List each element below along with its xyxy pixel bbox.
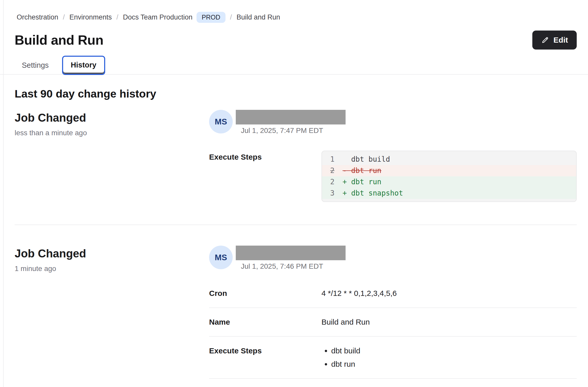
tab-bar: Settings History [0, 56, 588, 75]
entry-summary: Job Changed 1 minute ago [15, 246, 209, 387]
entry-divider [15, 225, 577, 225]
breadcrumb-separator: / [63, 13, 65, 21]
execute-steps-list: dbt build dbt run [321, 346, 360, 369]
author-info: Jul 1, 2025, 7:46 PM EDT [236, 246, 346, 270]
change-row-execute-steps: Execute Steps dbt build dbt run [209, 337, 577, 379]
build-and-run-history-page: Orchestration / Environments / Docs Team… [0, 0, 588, 387]
entry-details: MS Jul 1, 2025, 7:46 PM EDT Cron 4 */12 … [209, 246, 577, 387]
event-timestamp: Jul 1, 2025, 7:47 PM EDT [241, 127, 346, 135]
diff-line-number: 2 [330, 176, 342, 188]
diff-line-code: + dbt snapshot [342, 188, 403, 199]
diff-line-context: 1 dbt build [322, 154, 576, 165]
change-label: Name [209, 318, 321, 326]
entry-details: MS Jul 1, 2025, 7:47 PM EDT Execute Step… [209, 110, 577, 202]
author-info: Jul 1, 2025, 7:47 PM EDT [236, 110, 346, 135]
change-history-list: Job Changed less than a minute ago MS Ju… [15, 110, 577, 387]
change-value: dbt build dbt run [321, 346, 360, 369]
change-value: Build and Run [321, 318, 370, 326]
diff-line-code: dbt build [342, 154, 390, 165]
diff-line-number: 3 [330, 188, 342, 199]
avatar: MS [209, 110, 233, 133]
pencil-icon [541, 36, 549, 44]
event-title: Job Changed [15, 110, 209, 124]
breadcrumb-item-environments[interactable]: Environments [70, 13, 112, 21]
event-relative-time: 1 minute ago [15, 265, 209, 273]
change-row-generate-docs: Generate Docs Yes [209, 379, 577, 387]
page-title: Build and Run [15, 32, 103, 48]
change-label: Cron [209, 289, 321, 298]
entry-author-meta: MS Jul 1, 2025, 7:47 PM EDT [209, 110, 577, 135]
change-label: Execute Steps [209, 346, 321, 355]
tab-history[interactable]: History [62, 56, 105, 75]
page-header: Build and Run Edit [15, 31, 577, 50]
change-value: 4 */12 * * 0,1,2,3,4,5,6 [321, 289, 397, 298]
diff-line-added: 2 + dbt run [322, 176, 576, 188]
change-row-execute-steps: Execute Steps 1 dbt build 2 - dbt run [209, 151, 577, 202]
history-entry: Job Changed 1 minute ago MS Jul 1, 2025,… [15, 235, 577, 387]
diff-line-number: 1 [330, 154, 342, 165]
event-title: Job Changed [15, 246, 209, 260]
diff-line-code: - dbt run [342, 165, 381, 176]
diff-line-added: 3 + dbt snapshot [322, 188, 576, 199]
edit-button-label: Edit [553, 36, 568, 44]
change-history-heading: Last 90 day change history [15, 88, 577, 100]
entry-summary: Job Changed less than a minute ago [15, 110, 209, 202]
history-entry: Job Changed less than a minute ago MS Ju… [15, 110, 577, 202]
change-row-cron: Cron 4 */12 * * 0,1,2,3,4,5,6 [209, 279, 577, 308]
diff-line-removed: 2 - dbt run [322, 165, 576, 176]
breadcrumb-separator: / [230, 13, 232, 21]
changed-fields: Execute Steps 1 dbt build 2 - dbt run [209, 151, 577, 202]
avatar: MS [209, 246, 233, 269]
changed-fields: Cron 4 */12 * * 0,1,2,3,4,5,6 Name Build… [209, 279, 577, 387]
execute-step-item: dbt run [331, 360, 360, 369]
breadcrumb-item-docs-team-production[interactable]: Docs Team Production [123, 13, 192, 21]
diff-line-code: + dbt run [342, 176, 381, 188]
event-relative-time: less than a minute ago [15, 129, 209, 137]
execute-steps-diff-block: 1 dbt build 2 - dbt run 2 + dbt run [321, 151, 577, 202]
entry-author-meta: MS Jul 1, 2025, 7:46 PM EDT [209, 246, 577, 270]
environment-badge-prod: PROD [197, 12, 225, 23]
breadcrumb-item-orchestration[interactable]: Orchestration [17, 13, 58, 21]
tab-settings[interactable]: Settings [15, 56, 56, 74]
execute-step-item: dbt build [331, 346, 360, 355]
diff-line-number: 2 [330, 165, 342, 176]
change-row-name: Name Build and Run [209, 308, 577, 337]
event-timestamp: Jul 1, 2025, 7:46 PM EDT [241, 262, 346, 270]
redacted-user-name [236, 110, 346, 124]
breadcrumb: Orchestration / Environments / Docs Team… [17, 0, 577, 23]
change-label: Execute Steps [209, 151, 321, 161]
breadcrumb-item-build-and-run: Build and Run [237, 13, 280, 21]
redacted-user-name [236, 246, 346, 260]
breadcrumb-separator: / [116, 13, 119, 21]
edit-button[interactable]: Edit [532, 31, 577, 50]
